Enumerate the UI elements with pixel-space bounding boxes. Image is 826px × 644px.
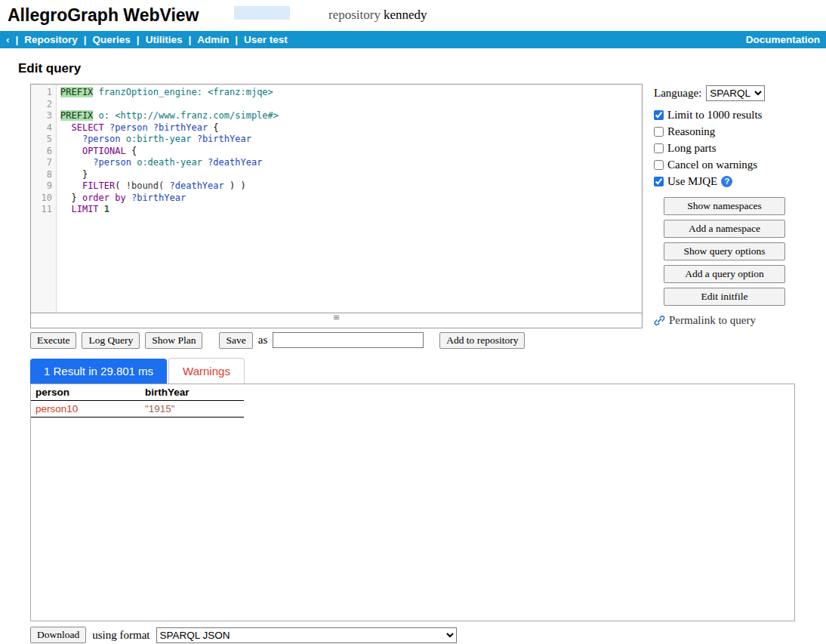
code-token: { bbox=[126, 146, 137, 156]
checkbox-reasoning[interactable] bbox=[654, 127, 664, 137]
code-line: } order by ?birthYear bbox=[60, 193, 642, 205]
add-to-repository-button[interactable]: Add to repository bbox=[439, 332, 525, 349]
editor-gutter: 1234567891011 bbox=[31, 85, 57, 313]
code-token: ?person bbox=[93, 157, 131, 168]
code-token bbox=[60, 146, 82, 156]
code-line: PREFIX o: <http://www.franz.com/simple#> bbox=[60, 110, 642, 122]
resource-cell[interactable]: person10 bbox=[31, 401, 140, 418]
tab-warnings[interactable]: Warnings bbox=[168, 358, 245, 384]
line-number: 7 bbox=[31, 157, 52, 169]
nav-separator: | bbox=[84, 34, 87, 45]
column-header-person: person bbox=[31, 384, 140, 401]
header-highlight-box bbox=[234, 6, 290, 20]
nav-item-admin[interactable]: Admin bbox=[197, 34, 229, 45]
line-number: 8 bbox=[31, 169, 52, 181]
option-long-parts[interactable]: Long parts bbox=[654, 142, 785, 155]
show-plan-button[interactable]: Show Plan bbox=[145, 332, 202, 349]
query-editor[interactable]: 1234567891011 PREFIX franzOption_engine:… bbox=[30, 84, 643, 313]
checkbox-long-parts[interactable] bbox=[654, 143, 664, 153]
show-namespaces-button[interactable]: Show namespaces bbox=[664, 197, 785, 215]
code-token bbox=[60, 157, 93, 168]
code-token: ?birthYear bbox=[131, 193, 186, 203]
code-token: order by bbox=[82, 193, 126, 203]
code-token: ?person bbox=[109, 122, 148, 133]
add-a-query-option-button[interactable]: Add a query option bbox=[664, 265, 785, 283]
checkbox-label: Use MJQE bbox=[667, 175, 717, 188]
save-name-input[interactable] bbox=[273, 332, 424, 348]
repository-name: kennedy bbox=[384, 8, 427, 22]
execute-button[interactable]: Execute bbox=[30, 332, 76, 349]
edit-initfile-button[interactable]: Edit initfile bbox=[664, 288, 785, 306]
editor-code: PREFIX franzOption_engine: <franz:mjqe> … bbox=[57, 85, 642, 313]
code-token bbox=[60, 169, 82, 180]
download-button[interactable]: Download bbox=[30, 627, 86, 643]
nav-item-user-test[interactable]: User test bbox=[244, 34, 288, 45]
nav-separator: | bbox=[235, 34, 238, 45]
code-token: PREFIX bbox=[60, 110, 93, 121]
nav-separator: | bbox=[188, 34, 191, 45]
line-number: 1 bbox=[31, 87, 52, 99]
table-row: person10"1915" bbox=[31, 401, 244, 418]
code-token: SELECT bbox=[71, 122, 103, 133]
code-token bbox=[60, 134, 82, 144]
code-line: OPTIONAL { bbox=[60, 146, 642, 158]
code-token: <franz:mjqe> bbox=[208, 87, 273, 97]
log-query-button[interactable]: Log Query bbox=[82, 332, 140, 349]
code-token bbox=[148, 122, 153, 133]
repository-label: repository bbox=[328, 8, 381, 22]
code-token: ?person bbox=[82, 134, 121, 144]
help-icon[interactable]: ? bbox=[721, 176, 732, 187]
code-token: 1 bbox=[104, 204, 109, 214]
checkbox-limit-to-1000-results[interactable] bbox=[654, 110, 664, 120]
code-token: } bbox=[82, 169, 88, 180]
code-token: ?deathYear bbox=[208, 157, 262, 168]
app-title: AllegroGraph WebView bbox=[8, 5, 199, 26]
column-header-birthyear: birthYear bbox=[140, 384, 244, 401]
code-line: FILTER( !bound( ?deathYear ) ) bbox=[60, 180, 642, 193]
nav-left: ‹|Repository|Queries|Utilities|Admin|Use… bbox=[6, 34, 288, 45]
code-token: { bbox=[208, 122, 218, 133]
option-reasoning[interactable]: Reasoning bbox=[654, 125, 785, 138]
code-token: o:birth-year bbox=[126, 134, 192, 144]
nav-separator: | bbox=[16, 34, 19, 45]
language-select[interactable]: SPARQL bbox=[706, 85, 765, 101]
permalink-to-query[interactable]: Permalink to query bbox=[654, 314, 785, 327]
line-number: 4 bbox=[31, 122, 52, 134]
top-row: 1234567891011 PREFIX franzOption_engine:… bbox=[30, 84, 826, 350]
header: AllegroGraph WebView repositorykennedy bbox=[0, 0, 826, 31]
option-cancel-on-warnings[interactable]: Cancel on warnings bbox=[654, 159, 785, 171]
code-token: ) ) bbox=[224, 180, 246, 191]
code-token: FILTER bbox=[82, 180, 115, 191]
code-token bbox=[60, 180, 82, 191]
show-query-options-button[interactable]: Show query options bbox=[664, 242, 785, 260]
checkbox-label: Cancel on warnings bbox=[667, 159, 757, 171]
nav-item-queries[interactable]: Queries bbox=[93, 34, 131, 45]
code-token bbox=[60, 204, 71, 214]
editor-resize-strip: ≡ bbox=[30, 313, 643, 328]
line-number: 6 bbox=[31, 146, 52, 158]
code-token: ?birthYear bbox=[197, 134, 251, 144]
option-limit-to-1000-results[interactable]: Limit to 1000 results bbox=[654, 109, 785, 122]
code-token bbox=[120, 134, 125, 144]
line-number: 5 bbox=[31, 134, 52, 146]
nav-item-repository[interactable]: Repository bbox=[24, 34, 78, 45]
format-select[interactable]: SPARQL JSON bbox=[156, 627, 457, 643]
add-a-namespace-button[interactable]: Add a namespace bbox=[664, 220, 785, 238]
checkbox-cancel-on-warnings[interactable] bbox=[654, 160, 664, 170]
nav-back-chevron[interactable]: ‹ bbox=[6, 34, 10, 45]
save-button[interactable]: Save bbox=[219, 332, 252, 349]
nav-item-documentation[interactable]: Documentation bbox=[746, 34, 820, 45]
code-token bbox=[126, 193, 131, 203]
resize-handle-icon[interactable]: ≡ bbox=[333, 313, 340, 322]
code-token: OPTIONAL bbox=[82, 146, 126, 156]
code-token bbox=[93, 87, 98, 97]
results-panel: personbirthYear person10"1915" bbox=[30, 384, 795, 621]
checkbox-label: Reasoning bbox=[667, 125, 715, 138]
nav-item-utilities[interactable]: Utilities bbox=[146, 34, 183, 45]
download-bar: Download using format SPARQL JSON bbox=[30, 627, 826, 643]
tab-1-result-in-29-801-ms[interactable]: 1 Result in 29.801 ms bbox=[30, 359, 167, 384]
code-token: o: bbox=[99, 110, 109, 121]
code-token: franzOption_engine: bbox=[99, 87, 202, 97]
option-use-mjqe[interactable]: Use MJQE? bbox=[654, 175, 785, 188]
checkbox-use-mjqe[interactable] bbox=[654, 177, 664, 186]
